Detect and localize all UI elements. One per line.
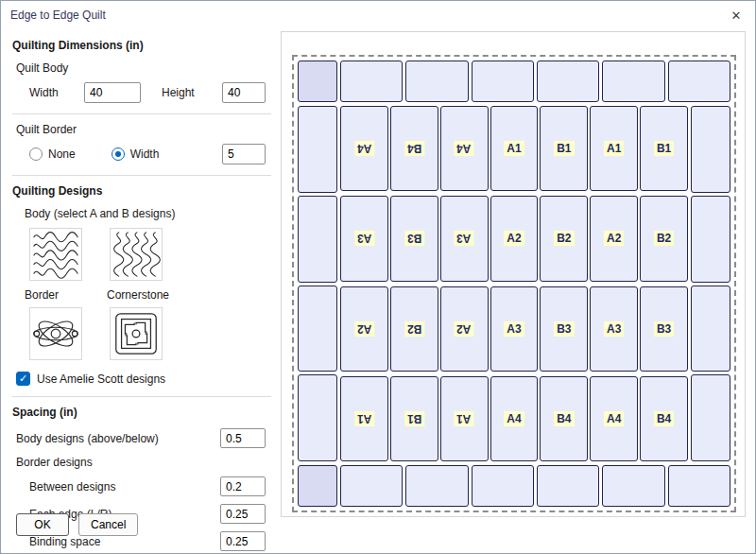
use-amelie-row: ✓ Use Amelie Scott designs xyxy=(16,372,271,386)
quilt-body-row: A3B3A3A2B2A2B2 xyxy=(340,196,688,281)
corner-block xyxy=(298,61,337,102)
quilt-block-label: A3 xyxy=(604,321,624,337)
quilt-block: A2 xyxy=(490,196,539,281)
between-designs-input[interactable] xyxy=(220,476,266,496)
border-block xyxy=(298,374,337,461)
medallion-icon xyxy=(111,308,162,359)
border-block xyxy=(602,465,664,507)
quilt-block-label: B3 xyxy=(654,321,674,337)
quilt-block-label: A3 xyxy=(354,231,374,246)
border-block xyxy=(691,374,730,461)
quilt-block-label: B3 xyxy=(404,231,424,246)
quilt-block-label: B2 xyxy=(404,321,424,337)
quilt-border-top xyxy=(298,61,730,102)
border-none-radio[interactable] xyxy=(29,147,43,161)
close-button[interactable]: ✕ xyxy=(717,1,755,29)
border-design-label: Border xyxy=(25,288,107,302)
close-icon: ✕ xyxy=(731,9,742,23)
quilt-middle: A4B4A4A1B1A1B1A3B3A3A2B2A2B2A2B2A2A3B3A3… xyxy=(298,106,730,461)
border-width-input[interactable] xyxy=(222,144,266,164)
border-design-thumbnail[interactable] xyxy=(29,307,82,360)
quilt-block: A3 xyxy=(490,286,539,372)
designs-header: Quilting Designs xyxy=(12,184,271,198)
body-size-row: Width Height xyxy=(29,82,271,103)
quilt-block-label: A1 xyxy=(454,411,473,426)
each-edge-input[interactable] xyxy=(220,504,266,524)
knot-icon xyxy=(30,308,81,359)
border-block xyxy=(537,61,599,102)
border-block xyxy=(691,196,730,283)
border-block xyxy=(298,106,337,193)
body-design-thumbnails xyxy=(29,228,271,281)
quilt-block: B2 xyxy=(640,196,688,281)
body-spacing-input[interactable] xyxy=(220,428,266,448)
between-designs-row: Between designs xyxy=(29,476,271,496)
quilt-block-label: A2 xyxy=(354,321,374,337)
quilt-block: A2 xyxy=(340,286,388,372)
body-spacing-row: Body designs (above/below) xyxy=(16,428,271,448)
use-amelie-checkbox[interactable]: ✓ xyxy=(16,372,30,386)
border-block xyxy=(691,286,730,372)
quilt-block: A4 xyxy=(440,106,489,191)
quilt-border-bottom xyxy=(298,465,730,507)
quilt-block: B2 xyxy=(540,196,588,281)
quilt-block: A3 xyxy=(590,286,638,372)
section-divider xyxy=(12,175,271,176)
body-width-input[interactable] xyxy=(84,82,141,103)
quilt-block-label: B2 xyxy=(654,231,674,246)
quilt-block: A3 xyxy=(440,196,489,281)
between-designs-label: Between designs xyxy=(29,480,115,493)
border-block xyxy=(668,61,730,102)
quilt-block: A1 xyxy=(490,106,539,191)
quilt-block-label: B1 xyxy=(654,141,674,156)
quilt-block-label: A2 xyxy=(454,321,473,337)
quilt-block-label: A2 xyxy=(604,231,624,246)
quilt-block-label: B2 xyxy=(554,231,574,246)
quilt-block: A1 xyxy=(440,376,489,461)
border-width-label: Width xyxy=(130,147,160,161)
quilt-block-label: B4 xyxy=(554,411,574,426)
quilt-block-label: A1 xyxy=(354,411,374,426)
quilt-block: A2 xyxy=(440,286,489,372)
check-icon: ✓ xyxy=(19,372,27,385)
quilt-block-label: B1 xyxy=(554,141,574,156)
dimensions-header: Quilting Dimensions (in) xyxy=(12,39,271,52)
quilt-block-label: A4 xyxy=(454,141,473,156)
quilt-border-right xyxy=(691,106,730,461)
quilt-body-row: A2B2A2A3B3A3B3 xyxy=(340,286,688,372)
stipple-b-icon xyxy=(111,229,162,280)
cornerstone-design-label: Cornerstone xyxy=(107,288,169,302)
quilt-block-label: A4 xyxy=(354,141,374,156)
quilt-block-label: B1 xyxy=(404,411,424,426)
quilt-block-label: A3 xyxy=(504,321,524,337)
border-designs-label: Border designs xyxy=(16,456,271,469)
ok-button[interactable]: OK xyxy=(16,513,69,536)
border-option-row: None Width xyxy=(29,144,271,164)
cornerstone-design-thumbnail[interactable] xyxy=(110,307,163,360)
quilt-block: A1 xyxy=(340,376,388,461)
quilt-block-label: A2 xyxy=(504,231,524,246)
width-label: Width xyxy=(29,86,84,99)
quilt-body-grid: A4B4A4A1B1A1B1A3B3A3A2B2A2B2A2B2A2A3B3A3… xyxy=(340,106,688,461)
body-designs-spacing-label: Body designs (above/below) xyxy=(16,432,159,445)
dialog-buttons: OK Cancel xyxy=(16,513,138,536)
border-block xyxy=(340,61,403,102)
binding-space-input[interactable] xyxy=(220,531,266,551)
border-block xyxy=(405,465,468,507)
stipple-a-icon xyxy=(30,229,81,280)
quilt-block-label: B4 xyxy=(404,141,424,156)
quilt-block-label: A1 xyxy=(604,141,624,156)
quilt-block: B1 xyxy=(540,106,588,191)
quilt-block: A4 xyxy=(590,376,638,461)
border-block xyxy=(340,465,403,507)
quilt-preview-panel: A4B4A4A1B1A1B1A3B3A3A2B2A2B2A2B2A2A3B3A3… xyxy=(281,31,746,517)
cancel-button[interactable]: Cancel xyxy=(78,513,138,536)
border-width-radio[interactable] xyxy=(112,147,125,161)
body-design-b-thumbnail[interactable] xyxy=(110,228,163,281)
quilt-body-label: Quilt Body xyxy=(16,61,271,75)
body-design-a-thumbnail[interactable] xyxy=(29,228,82,281)
quilt-preview: A4B4A4A1B1A1B1A3B3A3A2B2A2B2A2B2A2A3B3A3… xyxy=(292,55,736,512)
corner-block xyxy=(298,465,337,507)
dialog-title: Edge to Edge Quilt xyxy=(10,9,106,22)
body-height-input[interactable] xyxy=(222,82,266,103)
